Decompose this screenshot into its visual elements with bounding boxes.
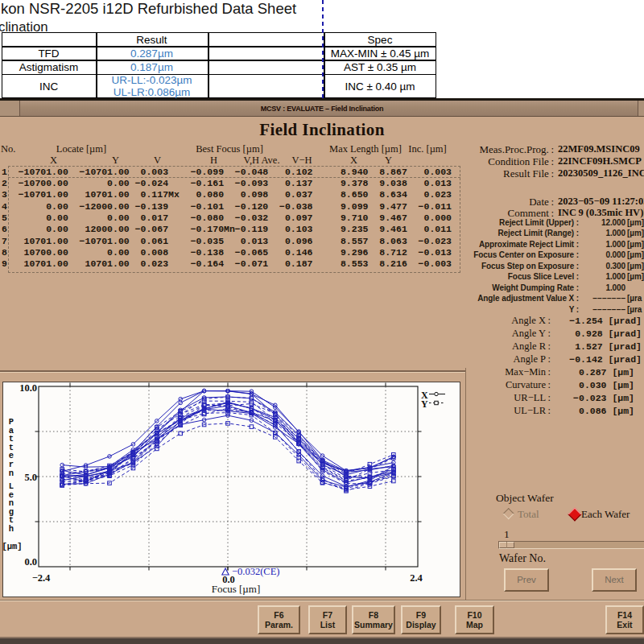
svg-text:5.0: 5.0 [24,472,37,483]
svg-text:n: n [9,469,14,478]
svg-text:10.0: 10.0 [19,382,37,394]
svg-text:Focus [µm]: Focus [µm] [212,583,261,595]
svg-text:[µm]: [µm] [2,542,23,551]
svg-text:2.4: 2.4 [410,572,423,584]
svg-text:h: h [9,524,14,534]
svg-text:−2.4: −2.4 [32,572,51,584]
svg-text:−0.032(CE): −0.032(CE) [232,566,279,577]
svg-text:Y: Y [421,398,428,410]
svg-text:0.0: 0.0 [24,556,37,568]
